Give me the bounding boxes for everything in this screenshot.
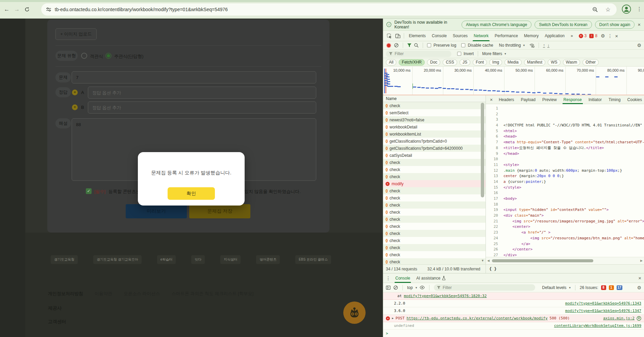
devtools-settings-icon[interactable]: ⚙: [601, 33, 605, 39]
chip-fetchxhr[interactable]: Fetch/XHR: [399, 59, 425, 66]
preserve-log-label[interactable]: Preserve log: [434, 43, 456, 48]
horizontal-scrollbar[interactable]: ◀ ▶: [486, 257, 644, 264]
save-workbook-button[interactable]: 문제집 저장: [189, 204, 250, 218]
disable-cache-label[interactable]: Disable cache: [468, 43, 493, 48]
network-request-row[interactable]: {}check: [383, 223, 486, 230]
filter-toggle-icon[interactable]: [407, 43, 412, 47]
detail-tab-timing[interactable]: Timing: [605, 95, 624, 104]
bookmark-star-icon[interactable]: ☆: [605, 6, 611, 13]
zoom-out-icon[interactable]: [592, 7, 598, 13]
chatbot-button[interactable]: [343, 302, 366, 324]
chip-ws[interactable]: WS: [548, 59, 560, 66]
footer-link[interactable]: 이용약관: [95, 291, 112, 297]
network-settings-icon[interactable]: ⚙: [637, 43, 641, 48]
network-request-row[interactable]: {}check: [383, 237, 486, 244]
confirm-button[interactable]: 확인: [168, 187, 215, 200]
detail-tab-preview[interactable]: Preview: [539, 95, 560, 104]
tab-application[interactable]: Application: [542, 31, 568, 41]
footer-link[interactable]: 오픈소스 라이선스: [124, 291, 160, 297]
network-request-row[interactable]: {}check: [383, 251, 486, 258]
answer-a-input[interactable]: [88, 87, 316, 99]
detail-tab-cookies[interactable]: Cookies: [624, 95, 644, 104]
request-url-link[interactable]: https://tb-edu.ontactedu.co.kr/external/…: [406, 316, 547, 320]
network-conditions-icon[interactable]: [529, 43, 535, 48]
tab-console[interactable]: Console: [429, 31, 450, 41]
search-icon[interactable]: [414, 43, 419, 48]
more-tabs-icon[interactable]: »: [568, 31, 576, 41]
chip-css[interactable]: CSS: [443, 59, 457, 66]
network-request-row[interactable]: {}check: [383, 258, 486, 264]
chip-wasm[interactable]: Wasm: [563, 59, 580, 66]
network-overview-timeline[interactable]: 10,000 ms20,000 ms30,000 ms40,000 ms50,0…: [383, 67, 644, 95]
scroll-left-icon[interactable]: ◀: [487, 259, 490, 262]
question-input[interactable]: [72, 71, 316, 83]
scroll-down-icon[interactable]: ▼: [481, 259, 484, 262]
expand-triangle-icon[interactable]: ▶: [392, 317, 394, 320]
export-har-icon[interactable]: ↓: [547, 43, 549, 48]
clear-icon[interactable]: [394, 43, 399, 48]
detail-tab-initiator[interactable]: Initiator: [585, 95, 605, 104]
preserve-log-checkbox[interactable]: [427, 43, 431, 47]
network-request-row[interactable]: {}semSelect: [383, 109, 486, 116]
network-request-row[interactable]: {}check: [383, 201, 486, 209]
drawer-menu-icon[interactable]: ⋮: [386, 275, 391, 281]
url-text[interactable]: tb-edu.ontactedu.co.kr/contentlibrary/wo…: [55, 7, 592, 12]
console-filter-input[interactable]: Filter: [434, 284, 535, 291]
network-request-row[interactable]: {}getClassifications?prbmCatId=0: [383, 138, 486, 145]
invert-checkbox[interactable]: [457, 52, 461, 56]
preview-button[interactable]: 미리보기: [126, 204, 187, 218]
hscroll-thumb[interactable]: [492, 259, 593, 262]
detail-tab-headers[interactable]: Headers: [495, 95, 517, 104]
drawer-close-icon[interactable]: ×: [638, 275, 641, 281]
source-link[interactable]: contentLibraryWorkBookSetupItem.js:1699: [554, 323, 641, 328]
chip-js[interactable]: JS: [460, 59, 470, 66]
network-request-row[interactable]: {}newest3?noti=false: [383, 116, 486, 123]
invert-label[interactable]: Invert: [464, 51, 474, 56]
match-language-button[interactable]: Always match Chrome's language: [462, 21, 531, 29]
answer-b-input[interactable]: [88, 101, 316, 114]
network-request-row[interactable]: {}check: [383, 216, 486, 223]
tab-sources[interactable]: Sources: [450, 31, 471, 41]
notification-close-icon[interactable]: ×: [638, 22, 641, 27]
network-request-row[interactable]: {}workbookDetail: [383, 123, 486, 130]
console-clear-icon[interactable]: [393, 285, 398, 290]
source-link[interactable]: modify?type=01&wrkbkSeq=54976:1343: [565, 301, 641, 306]
profile-avatar-icon[interactable]: [622, 4, 631, 14]
issues-link[interactable]: 26 Issues:: [580, 285, 598, 290]
add-option-a-icon[interactable]: +: [72, 90, 78, 95]
radio-subjective[interactable]: [105, 53, 112, 59]
radio-subjective-label[interactable]: 주관식(단답형): [114, 53, 144, 59]
detail-tab-payload[interactable]: Payload: [518, 95, 539, 104]
tab-ai-assistance[interactable]: AI assistance: [414, 273, 448, 283]
issues-badge[interactable]: ! 8: [589, 33, 597, 38]
site-settings-icon[interactable]: [46, 7, 51, 12]
scroll-right-icon[interactable]: ▶: [640, 259, 643, 262]
radio-objective[interactable]: [81, 53, 87, 59]
consent-checkbox[interactable]: ✓: [86, 188, 92, 194]
source-link[interactable]: modify?type=01&wrkbkSeq=54976:1347: [565, 309, 641, 313]
chip-img[interactable]: Img: [489, 59, 502, 66]
more-filters-button[interactable]: More filters: [482, 51, 502, 56]
live-expression-icon[interactable]: [420, 286, 425, 289]
response-code-view[interactable]: 1234<!DOCTYPE html PUBLIC "-//W3C//DTD H…: [486, 104, 644, 257]
disable-cache-checkbox[interactable]: [461, 43, 465, 47]
forward-icon[interactable]: →: [13, 5, 21, 14]
issue-count-blue[interactable]: 17: [617, 285, 622, 290]
network-request-row[interactable]: {}workbookItemList: [383, 130, 486, 138]
tab-performance[interactable]: Performance: [492, 31, 521, 41]
radio-objective-label[interactable]: 객관식: [90, 53, 103, 59]
inspect-icon[interactable]: [387, 33, 392, 39]
network-request-row[interactable]: {}check: [383, 102, 486, 109]
chip-font[interactable]: Font: [473, 59, 487, 66]
chip-media[interactable]: Media: [504, 59, 522, 66]
devtools-menu-icon[interactable]: ⋮: [608, 33, 613, 39]
ai-insight-icon[interactable]: [637, 316, 641, 321]
chip-other[interactable]: Other: [583, 59, 599, 66]
network-request-row[interactable]: {}check: [383, 166, 486, 173]
chip-all[interactable]: All: [386, 59, 396, 66]
devtools-close-icon[interactable]: ×: [615, 33, 618, 39]
tab-elements[interactable]: Elements: [406, 31, 429, 41]
throttling-select[interactable]: No throttling: [499, 43, 521, 48]
network-request-row[interactable]: {}catSysDetail: [383, 152, 486, 159]
network-request-row[interactable]: {}check: [383, 209, 486, 216]
